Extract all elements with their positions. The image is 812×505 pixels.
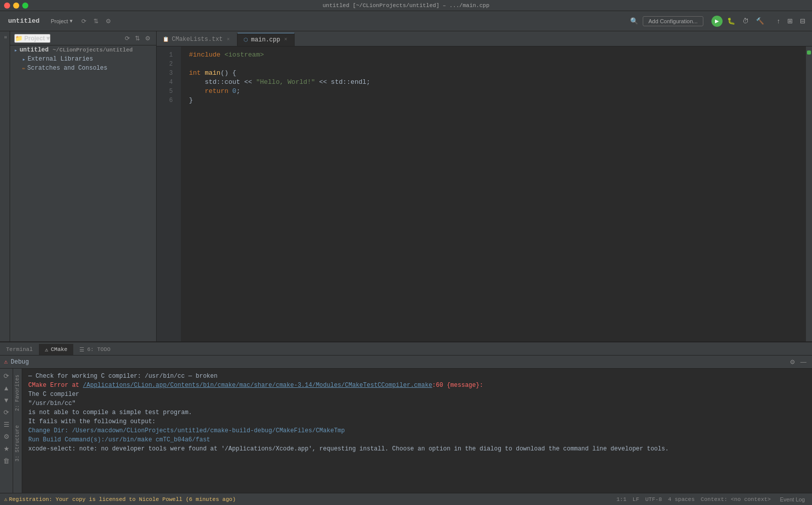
tab-cmake-panel[interactable]: ⚠ CMake	[39, 344, 74, 355]
gutter-ok-indicator	[807, 50, 811, 55]
status-warning: ⚠ Registration: Your copy is licensed to…	[4, 496, 236, 502]
cpp-file-icon: ⬡	[244, 37, 248, 43]
split-horizontal-icon[interactable]: ⊞	[785, 16, 795, 26]
build-icon[interactable]: 🔨	[753, 16, 767, 26]
vert-tab-2[interactable]: 3: Structure	[14, 423, 21, 464]
project-button[interactable]: Project ▾	[47, 16, 75, 26]
code-content[interactable]: #include <iostream> int main() { std::co…	[181, 46, 806, 341]
editor-area: 📋 CMakeLists.txt × ⬡ main.cpp × 1 2 3 4 …	[157, 31, 812, 341]
sort-icon[interactable]: ⇅	[92, 17, 100, 26]
cmake-star-icon[interactable]: ★	[2, 443, 12, 453]
settings-icon[interactable]: ⚙	[104, 17, 113, 26]
maximize-button[interactable]	[22, 3, 28, 9]
sync-icon[interactable]: ⟳	[80, 17, 88, 26]
cmake-panel-header: ⚠ Debug ⚙ —	[0, 356, 812, 369]
cmake-line-13: Run Build Command(s):/usr/bin/make cmTC_…	[28, 435, 806, 444]
app-toolbar: untitled Project ▾ ⟳ ⇅ ⚙ 🔍 Add Configura…	[0, 11, 812, 31]
ext-libs-folder-icon: ▸	[22, 56, 26, 63]
warning-icon: ⚠	[4, 496, 8, 502]
editor-gutter	[177, 46, 181, 341]
cmake-line-14: xcode-select: note: no developer tools w…	[28, 444, 806, 453]
sidebar-icons: ≡	[0, 31, 10, 341]
status-right: 1:1 LF UTF-8 4 spaces Context: <no conte…	[616, 495, 808, 503]
scroll-up-icon[interactable]: ▲	[2, 383, 12, 393]
registration-warning-text: Registration: Your copy is licensed to N…	[9, 496, 236, 502]
tab-main-cpp-label: main.cpp	[251, 36, 280, 43]
minimize-button[interactable]	[13, 3, 19, 9]
cmake-line-2: CMake Error at /Applications/CLion.app/C…	[28, 381, 806, 390]
project-panel: 📁 Project ▾ ⟳ ⇅ ⚙ ▸ untitled ~/CLionProj…	[10, 31, 157, 341]
cmake-log-icon[interactable]: ☰	[2, 419, 12, 429]
split-vertical-icon[interactable]: ⊟	[797, 16, 808, 26]
cmake-content: ⟳ ▲ ▼ ⟳ ☰ ⚙ ★ 🗑 2: Favorites 3: Structur…	[0, 369, 812, 493]
title-bar: untitled [~/CLionProjects/untitled] – ..…	[0, 0, 812, 11]
ext-libs-label: External Libraries	[28, 56, 93, 63]
code-editor[interactable]: 1 2 3 4 5 6 #include <iostream> int main…	[157, 46, 812, 341]
context-label: Context: <no context>	[701, 496, 771, 502]
project-title: Project	[24, 35, 45, 42]
right-gutter	[806, 46, 812, 341]
cmake-change-dir: Change Dir: /Users/macdown/CLionProjects…	[28, 427, 345, 434]
profile-icon[interactable]: ⏱	[740, 16, 751, 26]
root-folder-label: untitled	[20, 46, 49, 54]
scratches-label: Scratches and Consoles	[27, 65, 107, 72]
search-icon[interactable]: 🔍	[628, 16, 641, 26]
chevron-down-icon: ▾	[70, 18, 73, 24]
todo-tab-label: 6: TODO	[87, 346, 110, 352]
bottom-tabs: Terminal ⚠ CMake ☰ 6: TODO	[0, 342, 812, 356]
project-sort-icon[interactable]: ⇅	[133, 34, 141, 43]
tree-item-scratches[interactable]: ✏ Scratches and Consoles	[10, 64, 156, 73]
tab-main-cpp-close[interactable]: ×	[283, 37, 288, 42]
indent-setting[interactable]: 4 spaces	[668, 496, 695, 502]
cmake-error-text: CMake Error at	[28, 382, 83, 389]
root-folder-icon: ▸	[14, 47, 18, 54]
cmake-left-icons: ⟳ ▲ ▼ ⟳ ☰ ⚙ ★ 🗑	[0, 369, 13, 493]
cmake-output: — Check for working C compiler: /usr/bin…	[22, 369, 812, 493]
status-bar: ⚠ Registration: Your copy is licensed to…	[0, 493, 812, 505]
cmake-line-7: is not able to compile a simple test pro…	[28, 408, 806, 417]
scratches-icon: ✏	[22, 65, 25, 71]
add-config-button[interactable]: Add Configuration...	[643, 16, 703, 26]
tab-main-cpp[interactable]: ⬡ main.cpp ×	[237, 33, 295, 46]
terminal-tab-label: Terminal	[6, 346, 33, 352]
tree-item-external-libs[interactable]: ▸ External Libraries	[10, 55, 156, 64]
project-header-button[interactable]: 📁 Project ▾	[14, 34, 51, 43]
cmake-line-9: It fails with the following output:	[28, 417, 806, 426]
cmake-line-3: The C compiler	[28, 390, 806, 399]
tab-terminal[interactable]: Terminal	[0, 344, 39, 355]
todo-tab-icon: ☰	[79, 346, 84, 353]
cmake-sync-icon[interactable]: ⟳	[2, 407, 12, 417]
event-log-button[interactable]: Event Log	[777, 495, 808, 503]
vcs-icon[interactable]: ↑	[775, 16, 783, 26]
debug-icon[interactable]: 🐛	[725, 16, 738, 26]
structure-icon[interactable]: ≡	[1, 33, 9, 41]
app-title: untitled	[4, 17, 43, 25]
cmake-line-5: "/usr/bin/cc"	[28, 399, 806, 408]
tree-item-root[interactable]: ▸ untitled ~/CLionProjects/untitled	[10, 45, 156, 55]
tab-cmake-label: CMakeLists.txt	[172, 36, 223, 43]
encoding[interactable]: UTF-8	[645, 496, 662, 502]
project-header-actions: ⟳ ⇅ ⚙	[123, 34, 152, 43]
reload-icon[interactable]: ⟳	[2, 371, 12, 381]
project-sync-icon[interactable]: ⟳	[123, 34, 131, 43]
cmake-trash-icon[interactable]: 🗑	[2, 456, 12, 466]
line-ending[interactable]: LF	[633, 496, 639, 502]
cmake-minimize-icon[interactable]: —	[799, 358, 808, 367]
scroll-down-icon[interactable]: ▼	[2, 395, 12, 405]
cmake-panel-actions: ⚙ —	[788, 358, 808, 367]
line-numbers: 1 2 3 4 5 6	[157, 46, 177, 341]
cmake-error-link[interactable]: /Applications/CLion.app/Contents/bin/cma…	[83, 382, 432, 389]
vert-tab-1[interactable]: 2: Favorites	[14, 373, 21, 413]
tab-cmake[interactable]: 📋 CMakeLists.txt ×	[157, 33, 237, 46]
close-button[interactable]	[4, 3, 10, 9]
cmake-settings-icon[interactable]: ⚙	[788, 358, 797, 367]
traffic-lights	[4, 3, 28, 9]
run-button[interactable]: ▶	[711, 16, 723, 27]
tab-todo[interactable]: ☰ 6: TODO	[73, 344, 116, 355]
project-label: Project	[51, 18, 68, 24]
cursor-position[interactable]: 1:1	[616, 496, 627, 502]
tab-cmake-close[interactable]: ×	[226, 37, 231, 42]
cmake-gear-icon[interactable]: ⚙	[2, 431, 12, 441]
tab-bar: 📋 CMakeLists.txt × ⬡ main.cpp ×	[157, 31, 812, 46]
project-settings-icon[interactable]: ⚙	[144, 34, 152, 43]
